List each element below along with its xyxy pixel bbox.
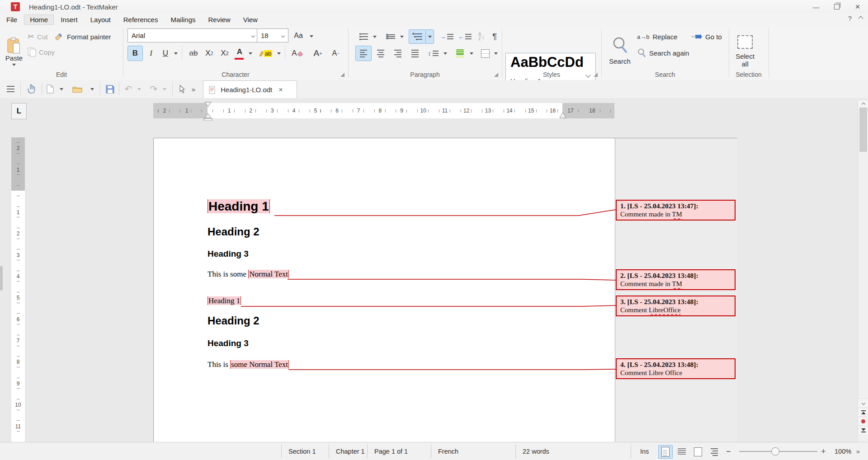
doc-normal-second[interactable]: This is some Normal Text bbox=[208, 360, 289, 369]
browse-select-button[interactable] bbox=[858, 417, 868, 425]
status-overflow-button[interactable]: » bbox=[856, 442, 860, 460]
justify-button[interactable] bbox=[407, 46, 423, 61]
font-name-dropdown-icon[interactable] bbox=[251, 33, 255, 37]
bullet-list-dropdown-icon[interactable] bbox=[371, 29, 379, 44]
document-tab-close-icon[interactable]: × bbox=[278, 86, 283, 94]
shading-dropdown-icon[interactable] bbox=[467, 46, 476, 61]
font-color-dropdown-icon[interactable] bbox=[246, 46, 255, 61]
restore-button[interactable] bbox=[826, 0, 847, 14]
menu-mailings[interactable]: Mailings bbox=[165, 14, 201, 25]
paragraph-dialog-launcher[interactable] bbox=[494, 73, 498, 77]
doc-heading3-second[interactable]: Heading 3 bbox=[208, 338, 249, 348]
status-insert-mode[interactable]: Ins bbox=[640, 442, 649, 460]
redo-dropdown-icon[interactable] bbox=[161, 82, 168, 96]
doc-heading2-first[interactable]: Heading 2 bbox=[208, 225, 259, 238]
paste-button[interactable]: Paste bbox=[3, 28, 25, 75]
change-case-button[interactable]: Aa bbox=[289, 28, 307, 42]
comment-box-4[interactable]: 4. [LS - 25.04.2023 13:48]: Comment Libr… bbox=[616, 358, 736, 379]
numbered-list-button[interactable]: 1 2 3 bbox=[382, 29, 399, 44]
browse-previous-button[interactable] bbox=[858, 408, 868, 416]
numbered-list-dropdown-icon[interactable] bbox=[398, 29, 406, 44]
bullet-list-button[interactable] bbox=[355, 29, 372, 44]
font-size-dropdown-icon[interactable] bbox=[281, 33, 285, 37]
change-case-dropdown-icon[interactable] bbox=[307, 32, 316, 40]
multilevel-list-dropdown-icon[interactable] bbox=[425, 29, 434, 44]
comment-box-1[interactable]: 1. [LS - 25.04.2023 13:47]: Comment made… bbox=[616, 200, 736, 221]
comment-anchor-highlight[interactable]: some Normal Text bbox=[230, 360, 289, 369]
underline-dropdown-icon[interactable] bbox=[172, 46, 180, 61]
open-dropdown-icon[interactable] bbox=[89, 82, 96, 96]
doc-normal-first[interactable]: This is some Normal Text bbox=[208, 270, 289, 279]
font-color-button[interactable]: A bbox=[232, 46, 247, 61]
comment-anchor-highlight[interactable]: Normal Text bbox=[248, 270, 289, 278]
subscript-button[interactable]: X2 bbox=[202, 46, 217, 61]
cut-button[interactable]: ✂ Cut bbox=[27, 30, 48, 43]
clear-formatting-button[interactable]: A bbox=[288, 46, 307, 61]
sort-button[interactable]: AZ ↕ bbox=[474, 29, 489, 44]
comment-anchor-highlight[interactable]: Heading 1 bbox=[208, 296, 241, 305]
close-button[interactable]: × bbox=[847, 0, 868, 14]
undo-button[interactable]: ↶ bbox=[122, 82, 135, 96]
highlight-button[interactable]: ab bbox=[256, 46, 275, 61]
help-button[interactable]: ? bbox=[848, 14, 852, 22]
doc-heading1-second[interactable]: Heading 1 bbox=[208, 296, 241, 305]
redo-button[interactable]: ↷ bbox=[147, 82, 160, 96]
sidebar-splitter-handle[interactable] bbox=[0, 266, 3, 291]
styles-dialog-launcher[interactable] bbox=[594, 73, 598, 77]
strikethrough-button[interactable]: ab bbox=[185, 46, 202, 61]
view-outline-button[interactable] bbox=[707, 445, 722, 459]
menu-home[interactable]: Home bbox=[24, 14, 54, 25]
align-left-button[interactable] bbox=[355, 46, 372, 61]
status-word-count[interactable]: 22 words bbox=[523, 442, 549, 460]
character-dialog-launcher[interactable] bbox=[340, 73, 344, 77]
scrollbar-thumb[interactable] bbox=[859, 108, 867, 152]
doc-heading2-second[interactable]: Heading 2 bbox=[208, 314, 259, 327]
document-tab[interactable]: Heading1-LO.odt × bbox=[203, 80, 297, 99]
select-all-button[interactable]: Select all bbox=[730, 28, 760, 75]
multilevel-list-button[interactable]: 1 bbox=[409, 29, 426, 44]
touch-mode-button[interactable] bbox=[24, 82, 39, 96]
align-right-button[interactable] bbox=[390, 46, 406, 61]
doc-heading1-first[interactable]: Heading 1 bbox=[208, 199, 270, 214]
comment-anchor-highlight[interactable]: Heading 1 bbox=[208, 199, 270, 213]
menu-file[interactable]: File bbox=[0, 14, 23, 25]
increase-indent-button[interactable]: → bbox=[438, 29, 456, 44]
collapse-ribbon-icon[interactable] bbox=[858, 16, 863, 21]
minimize-button[interactable]: — bbox=[806, 0, 826, 14]
open-button[interactable] bbox=[71, 82, 84, 96]
grow-font-button[interactable]: A+ bbox=[309, 46, 326, 61]
comment-box-2[interactable]: 2. [LS - 25.04.2023 13:48]: Comment made… bbox=[616, 269, 736, 290]
object-mode-button[interactable] bbox=[175, 82, 188, 96]
line-spacing-dropdown-icon[interactable] bbox=[441, 46, 449, 61]
tab-stop-selector[interactable]: L bbox=[11, 103, 27, 119]
replace-button[interactable]: a→b Replace bbox=[637, 30, 678, 43]
status-section[interactable]: Section 1 bbox=[288, 442, 316, 460]
search-again-button[interactable]: Search again bbox=[637, 47, 689, 59]
status-page[interactable]: Page 1 of 1 bbox=[374, 442, 408, 460]
menu-layout[interactable]: Layout bbox=[85, 14, 117, 25]
format-painter-button[interactable]: Format painter bbox=[53, 30, 112, 43]
new-document-button[interactable] bbox=[44, 82, 56, 96]
doc-heading3-first[interactable]: Heading 3 bbox=[208, 249, 249, 259]
menu-view[interactable]: View bbox=[237, 14, 264, 25]
horizontal-ruler[interactable]: 21123456789101112131415161718 bbox=[153, 103, 614, 118]
vertical-ruler[interactable]: 211234567891011 bbox=[11, 137, 25, 443]
font-size-combo[interactable]: 18 bbox=[257, 28, 288, 42]
borders-dropdown-icon[interactable] bbox=[492, 46, 500, 61]
zoom-slider-knob[interactable] bbox=[771, 447, 779, 455]
search-button[interactable]: Search bbox=[606, 28, 634, 74]
copy-button[interactable]: Copy bbox=[27, 46, 55, 58]
scroll-down-button[interactable] bbox=[858, 399, 868, 407]
document-page[interactable] bbox=[153, 138, 737, 444]
undo-dropdown-icon[interactable] bbox=[136, 82, 143, 96]
zoom-in-button[interactable]: + bbox=[821, 442, 826, 460]
browse-next-button[interactable] bbox=[858, 426, 868, 434]
menu-insert[interactable]: Insert bbox=[55, 14, 84, 25]
comment-box-3[interactable]: 3. [LS - 25.04.2023 13:48]: Comment Libr… bbox=[616, 296, 736, 316]
zoom-out-button[interactable]: − bbox=[726, 442, 731, 460]
vertical-scrollbar[interactable] bbox=[858, 100, 868, 442]
bold-button[interactable]: B bbox=[127, 46, 143, 61]
view-fullpage-button[interactable] bbox=[691, 445, 705, 459]
font-name-combo[interactable]: Arial bbox=[127, 28, 259, 42]
toolbar-overflow-button[interactable]: » bbox=[189, 82, 198, 96]
